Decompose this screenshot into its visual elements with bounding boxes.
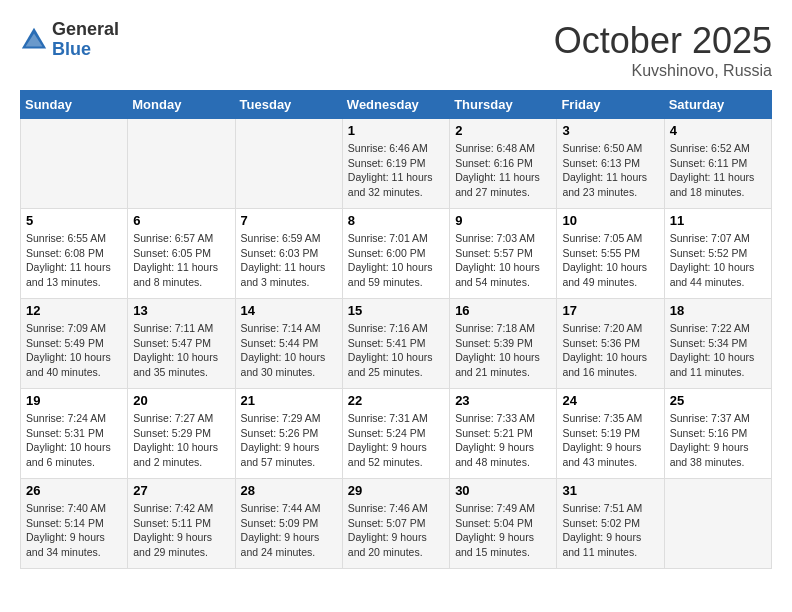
weekday-header: Sunday [21,91,128,119]
day-info: Sunrise: 7:40 AMSunset: 5:14 PMDaylight:… [26,501,122,560]
day-info: Sunrise: 7:24 AMSunset: 5:31 PMDaylight:… [26,411,122,470]
calendar-week-row: 12Sunrise: 7:09 AMSunset: 5:49 PMDayligh… [21,299,772,389]
day-number: 1 [348,123,444,138]
day-number: 27 [133,483,229,498]
logo-icon [20,26,48,54]
day-number: 14 [241,303,337,318]
location-subtitle: Kuvshinovo, Russia [554,62,772,80]
day-info: Sunrise: 7:01 AMSunset: 6:00 PMDaylight:… [348,231,444,290]
day-number: 11 [670,213,766,228]
day-info: Sunrise: 7:07 AMSunset: 5:52 PMDaylight:… [670,231,766,290]
day-info: Sunrise: 7:33 AMSunset: 5:21 PMDaylight:… [455,411,551,470]
day-number: 17 [562,303,658,318]
day-info: Sunrise: 6:52 AMSunset: 6:11 PMDaylight:… [670,141,766,200]
day-info: Sunrise: 7:16 AMSunset: 5:41 PMDaylight:… [348,321,444,380]
calendar-cell: 29Sunrise: 7:46 AMSunset: 5:07 PMDayligh… [342,479,449,569]
day-number: 18 [670,303,766,318]
calendar-cell: 27Sunrise: 7:42 AMSunset: 5:11 PMDayligh… [128,479,235,569]
calendar-cell: 20Sunrise: 7:27 AMSunset: 5:29 PMDayligh… [128,389,235,479]
day-number: 21 [241,393,337,408]
calendar-cell [235,119,342,209]
day-info: Sunrise: 7:18 AMSunset: 5:39 PMDaylight:… [455,321,551,380]
day-info: Sunrise: 6:59 AMSunset: 6:03 PMDaylight:… [241,231,337,290]
day-info: Sunrise: 6:55 AMSunset: 6:08 PMDaylight:… [26,231,122,290]
calendar-cell: 1Sunrise: 6:46 AMSunset: 6:19 PMDaylight… [342,119,449,209]
calendar-cell [664,479,771,569]
day-number: 8 [348,213,444,228]
day-number: 9 [455,213,551,228]
day-number: 19 [26,393,122,408]
day-info: Sunrise: 7:27 AMSunset: 5:29 PMDaylight:… [133,411,229,470]
day-number: 15 [348,303,444,318]
calendar-cell: 7Sunrise: 6:59 AMSunset: 6:03 PMDaylight… [235,209,342,299]
calendar-cell [128,119,235,209]
logo-text: General Blue [52,20,119,60]
calendar-cell: 6Sunrise: 6:57 AMSunset: 6:05 PMDaylight… [128,209,235,299]
calendar-week-row: 26Sunrise: 7:40 AMSunset: 5:14 PMDayligh… [21,479,772,569]
weekday-header: Friday [557,91,664,119]
day-number: 22 [348,393,444,408]
calendar-cell: 23Sunrise: 7:33 AMSunset: 5:21 PMDayligh… [450,389,557,479]
calendar-cell [21,119,128,209]
calendar-cell: 13Sunrise: 7:11 AMSunset: 5:47 PMDayligh… [128,299,235,389]
logo-general-text: General [52,20,119,40]
calendar-cell: 11Sunrise: 7:07 AMSunset: 5:52 PMDayligh… [664,209,771,299]
calendar-cell: 18Sunrise: 7:22 AMSunset: 5:34 PMDayligh… [664,299,771,389]
day-info: Sunrise: 6:57 AMSunset: 6:05 PMDaylight:… [133,231,229,290]
weekday-header: Tuesday [235,91,342,119]
day-number: 12 [26,303,122,318]
day-info: Sunrise: 7:35 AMSunset: 5:19 PMDaylight:… [562,411,658,470]
calendar-cell: 12Sunrise: 7:09 AMSunset: 5:49 PMDayligh… [21,299,128,389]
day-number: 2 [455,123,551,138]
logo: General Blue [20,20,119,60]
calendar-table: SundayMondayTuesdayWednesdayThursdayFrid… [20,90,772,569]
day-info: Sunrise: 7:22 AMSunset: 5:34 PMDaylight:… [670,321,766,380]
day-info: Sunrise: 7:03 AMSunset: 5:57 PMDaylight:… [455,231,551,290]
calendar-cell: 9Sunrise: 7:03 AMSunset: 5:57 PMDaylight… [450,209,557,299]
day-info: Sunrise: 6:48 AMSunset: 6:16 PMDaylight:… [455,141,551,200]
calendar-cell: 8Sunrise: 7:01 AMSunset: 6:00 PMDaylight… [342,209,449,299]
calendar-cell: 15Sunrise: 7:16 AMSunset: 5:41 PMDayligh… [342,299,449,389]
calendar-cell: 25Sunrise: 7:37 AMSunset: 5:16 PMDayligh… [664,389,771,479]
day-info: Sunrise: 7:49 AMSunset: 5:04 PMDaylight:… [455,501,551,560]
calendar-cell: 30Sunrise: 7:49 AMSunset: 5:04 PMDayligh… [450,479,557,569]
day-info: Sunrise: 7:44 AMSunset: 5:09 PMDaylight:… [241,501,337,560]
page-header: General Blue October 2025 Kuvshinovo, Ru… [20,20,772,80]
day-info: Sunrise: 7:46 AMSunset: 5:07 PMDaylight:… [348,501,444,560]
calendar-cell: 31Sunrise: 7:51 AMSunset: 5:02 PMDayligh… [557,479,664,569]
calendar-cell: 22Sunrise: 7:31 AMSunset: 5:24 PMDayligh… [342,389,449,479]
weekday-header: Saturday [664,91,771,119]
day-info: Sunrise: 7:29 AMSunset: 5:26 PMDaylight:… [241,411,337,470]
day-number: 23 [455,393,551,408]
day-number: 31 [562,483,658,498]
calendar-week-row: 5Sunrise: 6:55 AMSunset: 6:08 PMDaylight… [21,209,772,299]
calendar-cell: 14Sunrise: 7:14 AMSunset: 5:44 PMDayligh… [235,299,342,389]
calendar-week-row: 19Sunrise: 7:24 AMSunset: 5:31 PMDayligh… [21,389,772,479]
day-number: 20 [133,393,229,408]
day-number: 30 [455,483,551,498]
calendar-cell: 17Sunrise: 7:20 AMSunset: 5:36 PMDayligh… [557,299,664,389]
calendar-cell: 16Sunrise: 7:18 AMSunset: 5:39 PMDayligh… [450,299,557,389]
day-number: 29 [348,483,444,498]
header-row: SundayMondayTuesdayWednesdayThursdayFrid… [21,91,772,119]
day-info: Sunrise: 7:51 AMSunset: 5:02 PMDaylight:… [562,501,658,560]
day-info: Sunrise: 7:31 AMSunset: 5:24 PMDaylight:… [348,411,444,470]
day-info: Sunrise: 6:46 AMSunset: 6:19 PMDaylight:… [348,141,444,200]
calendar-cell: 2Sunrise: 6:48 AMSunset: 6:16 PMDaylight… [450,119,557,209]
day-info: Sunrise: 7:05 AMSunset: 5:55 PMDaylight:… [562,231,658,290]
day-number: 26 [26,483,122,498]
day-number: 28 [241,483,337,498]
calendar-cell: 4Sunrise: 6:52 AMSunset: 6:11 PMDaylight… [664,119,771,209]
day-number: 6 [133,213,229,228]
day-info: Sunrise: 7:14 AMSunset: 5:44 PMDaylight:… [241,321,337,380]
calendar-cell: 3Sunrise: 6:50 AMSunset: 6:13 PMDaylight… [557,119,664,209]
day-number: 5 [26,213,122,228]
day-info: Sunrise: 6:50 AMSunset: 6:13 PMDaylight:… [562,141,658,200]
calendar-cell: 28Sunrise: 7:44 AMSunset: 5:09 PMDayligh… [235,479,342,569]
day-number: 7 [241,213,337,228]
day-number: 24 [562,393,658,408]
weekday-header: Wednesday [342,91,449,119]
calendar-cell: 10Sunrise: 7:05 AMSunset: 5:55 PMDayligh… [557,209,664,299]
day-number: 13 [133,303,229,318]
calendar-cell: 24Sunrise: 7:35 AMSunset: 5:19 PMDayligh… [557,389,664,479]
